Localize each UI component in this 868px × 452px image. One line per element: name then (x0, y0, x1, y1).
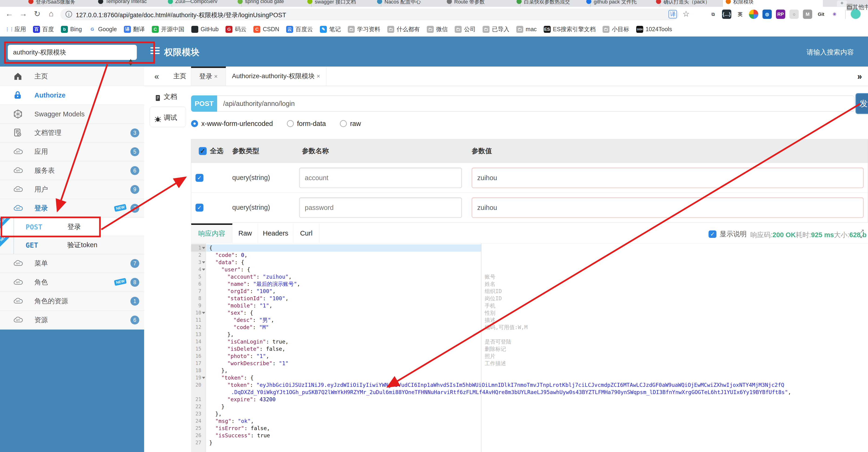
response-tab-Raw[interactable]: Raw (232, 223, 258, 243)
url-bar[interactable]: i 127.0.0.1:8760/api/gate/doc.html#/auth… (60, 9, 679, 20)
sidebar-item-service-table[interactable]: API服务表6 (0, 161, 144, 180)
menu-toggle-icon[interactable] (150, 47, 160, 56)
bookmark-folder[interactable]: 🗀小目标 (602, 25, 629, 33)
search-input[interactable]: 请输入搜索内容 (807, 48, 854, 57)
collapse-tabs-icon[interactable]: « (154, 72, 159, 82)
param-value-input[interactable]: zuihou (472, 197, 864, 218)
gitzip-extension-icon[interactable]: Git (816, 9, 826, 19)
sidebar-item-authorize[interactable]: Authorize (0, 86, 144, 105)
sidebar-item-swagger-models[interactable]: Swagger Models (0, 105, 144, 123)
bookmark-apps[interactable]: ⋮⋮⋮应用 (5, 25, 26, 33)
sidebar-item-resource[interactable]: API资源6 (0, 311, 144, 330)
response-tab-Curl[interactable]: Curl (293, 223, 319, 243)
bookmark-folder[interactable]: 🗀已导入 (483, 25, 509, 33)
select-all-checkbox[interactable]: ✓ (199, 147, 207, 155)
bookmark-gitee[interactable]: G码云 (225, 25, 246, 33)
collapse-node-icon[interactable] (202, 377, 205, 379)
doc-tab-active[interactable]: 登录× (191, 66, 226, 86)
param-name-input[interactable]: password (299, 197, 462, 218)
rp-extension-icon[interactable]: RP (776, 9, 785, 19)
browser-tab[interactable]: github pack 文件托 (584, 0, 660, 7)
response-tab-响应内容[interactable]: 响应内容 (191, 223, 232, 243)
param-name-input[interactable]: account (299, 168, 462, 188)
ring-extension-icon[interactable]: ○ (789, 9, 799, 19)
browser-tab[interactable]: Nacos 配置中心 (374, 0, 451, 7)
bookmark-baidu[interactable]: 百百度 (33, 25, 54, 33)
bookmark-folder[interactable]: 🗀什么都有 (387, 25, 420, 33)
send-button[interactable]: 发 (856, 93, 868, 114)
new-tab-button[interactable]: + (837, 0, 847, 6)
show-description-checkbox[interactable]: ✓ (709, 230, 716, 238)
browser-tab[interactable]: 登录/SaaS微服务 (26, 0, 102, 7)
bookmark-oschina[interactable]: C开源中国 (152, 25, 184, 33)
bookmark-es[interactable]: ESES搜索引擎文档 (544, 25, 595, 33)
sidebar-endpoint-verify-token-get[interactable]: NEWGET验证token (0, 236, 144, 254)
sidebar-item-menu[interactable]: API菜单7 (0, 254, 144, 273)
bookmark-t1024[interactable]: 10241024Tools (636, 26, 672, 33)
sidebar-item-role-resource[interactable]: API角色的资源1 (0, 292, 144, 311)
m-shield-extension-icon[interactable]: M (803, 9, 812, 19)
param-value-input[interactable]: zuihou (472, 168, 864, 188)
doc-tab-home[interactable]: 主页 (169, 66, 191, 86)
asterisk-extension-icon[interactable]: ✳ (830, 9, 839, 19)
request-path-input[interactable]: /api/authority/anno/login (217, 95, 855, 112)
module-select[interactable]: authority-权限模块 (8, 45, 137, 60)
bookmarks-other-folder[interactable]: 🗀 其他书签 (847, 3, 868, 11)
reload-icon[interactable]: ↻ (32, 9, 43, 19)
sidebar-item-app[interactable]: API应用5 (0, 142, 144, 161)
radio-form-data[interactable] (287, 120, 294, 127)
browser-tab[interactable]: spring cloud gate (235, 0, 311, 7)
sidebar-item-login[interactable]: API登录NEW2 (0, 199, 144, 218)
bookmark-note[interactable]: ✎笔记 (320, 25, 341, 33)
bookmark-folder[interactable]: 🗀学习资料 (348, 25, 380, 33)
collapse-node-icon[interactable] (202, 312, 205, 314)
close-tab-icon[interactable]: × (214, 73, 218, 80)
bookmark-folder[interactable]: 🗀公司 (455, 25, 475, 33)
expand-tabs-icon[interactable]: » (857, 72, 862, 82)
translate-icon[interactable]: 译 (669, 10, 677, 19)
bookmark-bing[interactable]: bBing (61, 26, 82, 33)
home-icon[interactable]: ⌂ (45, 9, 57, 18)
bookmark-translate[interactable]: 译翻译 (124, 25, 145, 33)
subnav-debug[interactable]: 调试 (154, 113, 177, 123)
bookmark-star-icon[interactable]: ☆ (682, 9, 689, 19)
chrome-extension-icon[interactable] (749, 9, 758, 19)
browser-tab[interactable]: Route 带参数 (444, 0, 521, 7)
close-tab-icon[interactable]: × (317, 73, 320, 80)
bookmark-csdn[interactable]: CCSDN (253, 26, 279, 33)
page-info-icon[interactable]: i (66, 11, 72, 18)
bookmark-github[interactable]: GitHub (191, 26, 219, 33)
url-text[interactable]: 127.0.0.1:8760/api/gate/doc.html#/author… (76, 11, 286, 19)
radio-raw[interactable] (340, 120, 347, 127)
bookmark-google[interactable]: GGoogle (89, 26, 117, 33)
back-icon[interactable]: ← (4, 9, 15, 18)
bookmark-folder[interactable]: 🗀mac (516, 26, 536, 33)
browser-tab[interactable]: Temporary Interac (95, 0, 172, 7)
sidebar-item-home[interactable]: 主页 (0, 67, 144, 86)
collapse-node-icon[interactable] (202, 269, 205, 271)
forward-icon[interactable]: → (18, 9, 29, 18)
sidebar-endpoint-login-post[interactable]: NEWPOST登录 (0, 218, 144, 236)
param-checkbox[interactable]: ✓ (195, 174, 204, 182)
sidebar-item-doc-manage[interactable]: 文档管理3 (0, 123, 144, 142)
en-translate-extension-icon[interactable]: 英 (736, 9, 745, 19)
param-checkbox[interactable]: ✓ (195, 204, 204, 211)
subnav-doc[interactable]: 文档 (154, 92, 177, 102)
sidebar-item-role[interactable]: API角色NEW8 (0, 273, 144, 292)
show-description-toggle[interactable]: ✓ 显示说明 (709, 229, 747, 239)
response-tab-Headers[interactable]: Headers (258, 223, 293, 243)
collapse-node-icon[interactable] (202, 261, 205, 263)
globe-extension-icon[interactable]: ◍ (763, 9, 772, 19)
browser-tab[interactable]: swagger 接口文档 (305, 0, 381, 7)
sidebar-item-user[interactable]: API用户9 (0, 180, 144, 199)
fullscreen-icon[interactable]: ↗↙ (860, 229, 864, 239)
doc-tab-authorize[interactable]: Authorize-authority-权限模块× (226, 66, 327, 86)
browser-tab[interactable]: Zuul—CompoServ (165, 0, 242, 7)
radio-x-www-form-urlencoded[interactable] (191, 120, 198, 127)
collapse-node-icon[interactable] (202, 247, 205, 249)
bookmark-baiduyun[interactable]: 云百度云 (286, 25, 313, 33)
browser-tab-active[interactable]: 权限模块 (723, 0, 823, 7)
browser-tab[interactable]: 确认打造头（pack） (653, 0, 730, 7)
screenshot-extension-icon[interactable]: ⧉ (709, 9, 718, 19)
browser-tab[interactable]: 白菜快双参数热混交 (514, 0, 590, 7)
